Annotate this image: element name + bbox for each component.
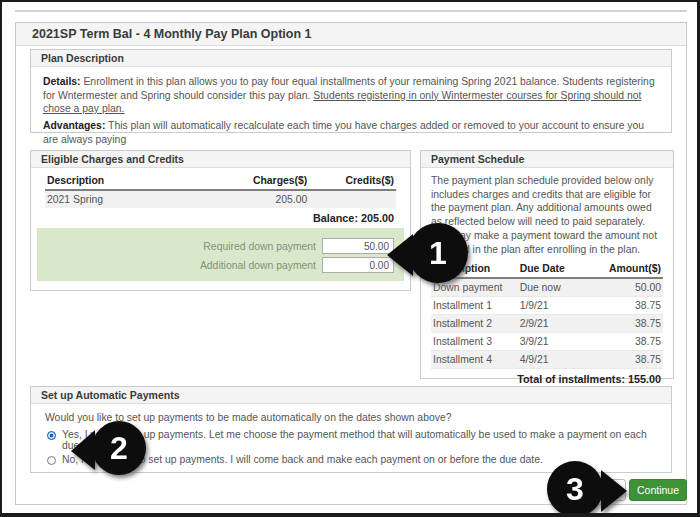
yes-option-label: Yes, I want to set up payments. Let me c… (62, 429, 657, 451)
continue-button[interactable]: Continue (629, 479, 687, 501)
callout-1-arrow: 1 (385, 221, 471, 285)
radio-yes-auto-payments[interactable] (47, 431, 56, 440)
table-row: Installment 2 2/9/21 38.75 (431, 315, 663, 333)
table-row: Installment 3 3/9/21 38.75 (431, 333, 663, 351)
payment-schedule-header: Payment Schedule (421, 151, 673, 168)
eligible-charges-header: Eligible Charges and Credits (31, 151, 410, 168)
required-down-payment-input[interactable] (322, 238, 394, 254)
down-payment-box: Required down payment Additional down pa… (37, 228, 404, 281)
details-label: Details: (43, 76, 81, 87)
radio-no-auto-payments[interactable] (47, 456, 56, 465)
eligible-charges-table-header: Description Charges($) Credits($) (45, 172, 396, 191)
callout-2-number: 2 (110, 430, 128, 466)
eligible-charges-panel: Eligible Charges and Credits Description… (30, 150, 411, 291)
table-row: Installment 1 1/9/21 38.75 (431, 297, 663, 315)
additional-down-payment-label: Additional down payment (200, 260, 316, 271)
page-title: 2021SP Term Bal - 4 Monthly Pay Plan Opt… (16, 23, 686, 46)
callout-2-arrow: 2 (69, 419, 149, 477)
balance-total: Balance: 205.00 (45, 208, 396, 228)
top-divider (15, 10, 687, 12)
plan-details-text: Details: Enrollment in this plan allows … (43, 75, 659, 116)
plan-advantages-text: Advantages: This plan will automatically… (43, 119, 659, 146)
callout-3-number: 3 (566, 471, 584, 507)
table-row: Installment 4 4/9/21 38.75 (431, 351, 663, 369)
plan-description-panel: Plan Description Details: Enrollment in … (30, 49, 672, 133)
callout-1-number: 1 (429, 235, 447, 271)
table-row: 2021 Spring 205.00 (45, 191, 396, 208)
automatic-payments-header: Set up Automatic Payments (31, 387, 671, 404)
advantages-label: Advantages: (43, 120, 105, 131)
screenshot-frame: 2021SP Term Bal - 4 Monthly Pay Plan Opt… (0, 0, 700, 517)
plan-description-header: Plan Description (31, 50, 671, 67)
additional-down-payment-input[interactable] (322, 257, 394, 273)
callout-3-arrow: 3 (543, 458, 629, 517)
required-down-payment-label: Required down payment (203, 241, 316, 252)
